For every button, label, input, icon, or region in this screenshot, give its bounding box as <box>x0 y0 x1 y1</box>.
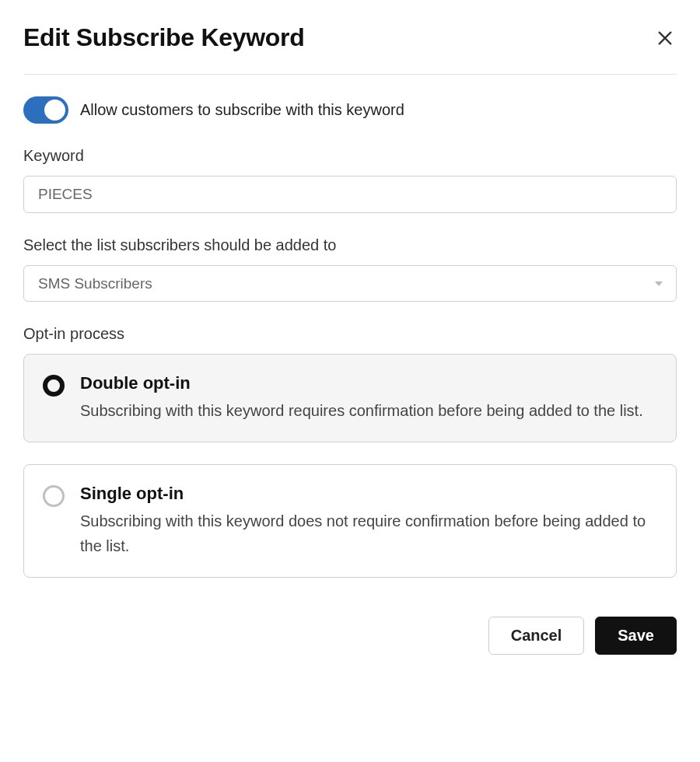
allow-subscribe-toggle-row: Allow customers to subscribe with this k… <box>23 96 677 124</box>
modal-title: Edit Subscribe Keyword <box>23 23 304 52</box>
toggle-label: Allow customers to subscribe with this k… <box>80 101 404 119</box>
radio-unselected-icon <box>43 485 65 507</box>
optin-double-title: Double opt-in <box>80 373 657 393</box>
radio-content: Single opt-in Subscribing with this keyw… <box>80 484 657 558</box>
list-select-label: Select the list subscribers should be ad… <box>23 236 677 254</box>
close-button[interactable] <box>653 26 677 50</box>
modal-footer: Cancel Save <box>23 617 677 655</box>
toggle-knob <box>44 100 65 121</box>
list-select-wrap: SMS Subscribers <box>23 265 677 302</box>
modal-header: Edit Subscribe Keyword <box>23 23 677 75</box>
radio-selected-icon <box>43 375 65 397</box>
save-button[interactable]: Save <box>595 617 677 655</box>
keyword-input[interactable] <box>23 176 677 213</box>
list-select[interactable]: SMS Subscribers <box>23 265 677 302</box>
optin-single-title: Single opt-in <box>80 484 657 504</box>
radio-content: Double opt-in Subscribing with this keyw… <box>80 373 657 423</box>
allow-subscribe-toggle[interactable] <box>23 96 68 124</box>
optin-double-card[interactable]: Double opt-in Subscribing with this keyw… <box>23 354 677 442</box>
close-icon <box>656 30 674 47</box>
edit-subscribe-keyword-modal: Edit Subscribe Keyword Allow customers t… <box>0 0 700 678</box>
keyword-label: Keyword <box>23 147 677 165</box>
optin-double-desc: Subscribing with this keyword requires c… <box>80 398 657 423</box>
optin-label: Opt-in process <box>23 325 677 343</box>
optin-single-desc: Subscribing with this keyword does not r… <box>80 509 657 558</box>
optin-single-card[interactable]: Single opt-in Subscribing with this keyw… <box>23 464 677 578</box>
cancel-button[interactable]: Cancel <box>488 617 585 655</box>
